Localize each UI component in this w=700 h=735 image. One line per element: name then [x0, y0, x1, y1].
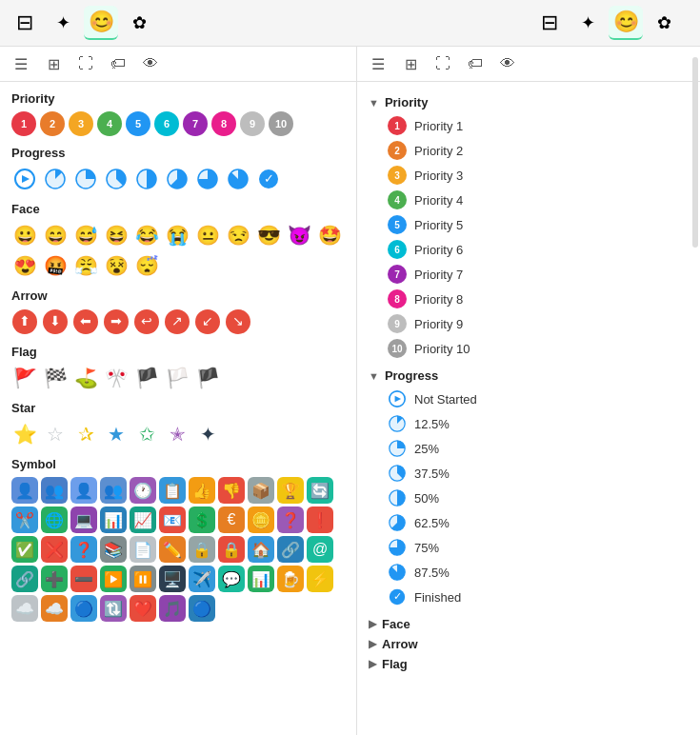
progress-icon-Finished[interactable]: ✓: [255, 166, 282, 192]
symbol-item-3[interactable]: 👥: [100, 477, 127, 504]
symbol-item-0[interactable]: 👤: [11, 477, 38, 504]
symbol-item-24[interactable]: ❓: [70, 536, 97, 563]
flag-icon-2[interactable]: ⛳: [72, 365, 99, 391]
priority-circle-6[interactable]: 6: [154, 111, 179, 136]
symbol-item-29[interactable]: 🔒: [218, 536, 245, 563]
grid-view-left[interactable]: ⊞: [40, 50, 67, 77]
symbol-item-1[interactable]: 👥: [41, 477, 68, 504]
symbol-item-8[interactable]: 📦: [248, 477, 274, 504]
progress-list-item-62.5pct[interactable]: 62.5%: [369, 510, 689, 535]
arrow-icon-6[interactable]: ↙: [194, 308, 221, 335]
symbol-item-20[interactable]: ❓: [277, 507, 304, 533]
flag-icon-4[interactable]: 🏴: [133, 365, 160, 391]
flag-icon-1[interactable]: 🏁: [42, 365, 69, 391]
star-outline-right-icon[interactable]: ✿: [647, 6, 681, 40]
symbol-item-40[interactable]: 💬: [218, 566, 245, 592]
face-icon-12[interactable]: 🤬: [42, 252, 69, 279]
symbol-item-48[interactable]: ❤️: [130, 595, 156, 622]
progress-icon-50pct[interactable]: [133, 166, 160, 192]
symbol-item-35[interactable]: ➖: [70, 566, 97, 592]
progress-icon-37.5pct[interactable]: [103, 166, 130, 192]
symbol-item-22[interactable]: ✅: [11, 536, 38, 563]
symbol-item-46[interactable]: 🔵: [70, 595, 97, 622]
priority-list-header[interactable]: ▼ Priority: [369, 95, 689, 109]
eye-left[interactable]: 👁: [137, 50, 164, 77]
priority-circle-1[interactable]: 1: [11, 111, 36, 136]
face-icon-15[interactable]: 😴: [133, 252, 160, 279]
symbol-item-33[interactable]: 🔗: [11, 566, 38, 592]
symbol-item-43[interactable]: ⚡: [307, 566, 333, 592]
face-icon-3[interactable]: 😆: [103, 222, 130, 248]
progress-list-item-87.5pct[interactable]: 87.5%: [369, 560, 689, 585]
star-icon-0[interactable]: ⭐: [11, 421, 38, 447]
face-icon-14[interactable]: 😵: [103, 252, 130, 279]
flag-icon-3[interactable]: 🎌: [103, 365, 130, 391]
symbol-item-36[interactable]: ▶️: [100, 566, 127, 592]
progress-icon-62.5pct[interactable]: [164, 166, 190, 192]
symbol-item-30[interactable]: 🏠: [248, 536, 274, 563]
face-icon-2[interactable]: 😅: [72, 222, 99, 248]
priority-circle-7[interactable]: 7: [183, 111, 208, 136]
symbol-item-27[interactable]: ✏️: [159, 536, 186, 563]
face-icon-10[interactable]: 🤩: [316, 222, 343, 248]
grid-view-right[interactable]: ⊞: [397, 50, 424, 77]
face-icon-5[interactable]: 😭: [164, 222, 190, 248]
symbol-item-39[interactable]: ✈️: [189, 566, 215, 592]
star-icon-2[interactable]: ✰: [72, 421, 99, 447]
progress-icon-75pct[interactable]: [194, 166, 221, 192]
smiley-right-icon[interactable]: 😊: [609, 6, 643, 40]
star-icon-3[interactable]: ★: [103, 421, 130, 447]
face-icon-8[interactable]: 😎: [255, 222, 282, 248]
progress-list-item-Not Started[interactable]: Not Started: [369, 387, 689, 411]
progress-list-item-50pct[interactable]: 50%: [369, 486, 689, 510]
progress-icon-Not Started[interactable]: [11, 166, 38, 192]
symbol-item-49[interactable]: 🎵: [159, 595, 186, 622]
face-list-header[interactable]: ▶ Face: [369, 617, 689, 631]
face-icon-13[interactable]: 😤: [72, 252, 99, 279]
face-icon-1[interactable]: 😄: [42, 222, 69, 248]
priority-list-item-7[interactable]: 7Priority 7: [369, 262, 689, 287]
priority-list-item-4[interactable]: 4Priority 4: [369, 188, 689, 212]
face-icon-11[interactable]: 😍: [11, 252, 38, 279]
symbol-item-38[interactable]: 🖥️: [159, 566, 186, 592]
flag-list-header[interactable]: ▶ Flag: [369, 657, 689, 671]
symbol-item-26[interactable]: 📄: [130, 536, 156, 563]
priority-list-item-2[interactable]: 2Priority 2: [369, 138, 689, 163]
symbol-item-31[interactable]: 🔗: [277, 536, 304, 563]
progress-icon-87.5pct[interactable]: [225, 166, 251, 192]
symbol-item-12[interactable]: 🌐: [41, 507, 68, 533]
list-view-right[interactable]: ☰: [365, 50, 391, 77]
symbol-item-4[interactable]: 🕐: [130, 477, 156, 504]
progress-list-item-25pct[interactable]: 25%: [369, 436, 689, 461]
symbol-item-19[interactable]: 🪙: [248, 507, 274, 533]
symbol-item-23[interactable]: ❌: [41, 536, 68, 563]
symbol-item-34[interactable]: ➕: [41, 566, 68, 592]
sparkle-icon[interactable]: ✦: [46, 6, 80, 40]
symbol-item-10[interactable]: 🔄: [307, 477, 333, 504]
star-icon-6[interactable]: ✦: [194, 421, 221, 447]
symbol-item-37[interactable]: ⏸️: [130, 566, 156, 592]
progress-list-item-12.5pct[interactable]: 12.5%: [369, 411, 689, 436]
symbol-item-7[interactable]: 👎: [218, 477, 245, 504]
symbol-item-6[interactable]: 👍: [189, 477, 215, 504]
progress-list-item-37.5pct[interactable]: 37.5%: [369, 461, 689, 486]
priority-circle-2[interactable]: 2: [40, 111, 65, 136]
priority-circle-9[interactable]: 9: [240, 111, 265, 136]
star-icon-1[interactable]: ☆: [42, 421, 69, 447]
priority-list-item-8[interactable]: 8Priority 8: [369, 287, 689, 311]
priority-list-item-6[interactable]: 6Priority 6: [369, 237, 689, 262]
progress-list-item-Finished[interactable]: ✓Finished: [369, 585, 689, 609]
flag-icon-6[interactable]: 🏴: [194, 365, 221, 391]
arrow-icon-3[interactable]: ➡: [103, 308, 130, 335]
symbol-item-11[interactable]: ✂️: [11, 507, 38, 533]
progress-icon-25pct[interactable]: [72, 166, 99, 192]
symbol-item-44[interactable]: ☁️: [11, 595, 38, 622]
square2-icon[interactable]: ⊟: [532, 6, 567, 40]
flag-icon-5[interactable]: 🏳️: [164, 365, 190, 391]
symbol-item-42[interactable]: 🍺: [277, 566, 304, 592]
arrow-icon-2[interactable]: ⬅: [72, 308, 99, 335]
face-icon-0[interactable]: 😀: [11, 222, 38, 248]
symbol-item-13[interactable]: 💻: [70, 507, 97, 533]
priority-circle-3[interactable]: 3: [69, 111, 93, 136]
symbol-item-41[interactable]: 📊: [248, 566, 274, 592]
